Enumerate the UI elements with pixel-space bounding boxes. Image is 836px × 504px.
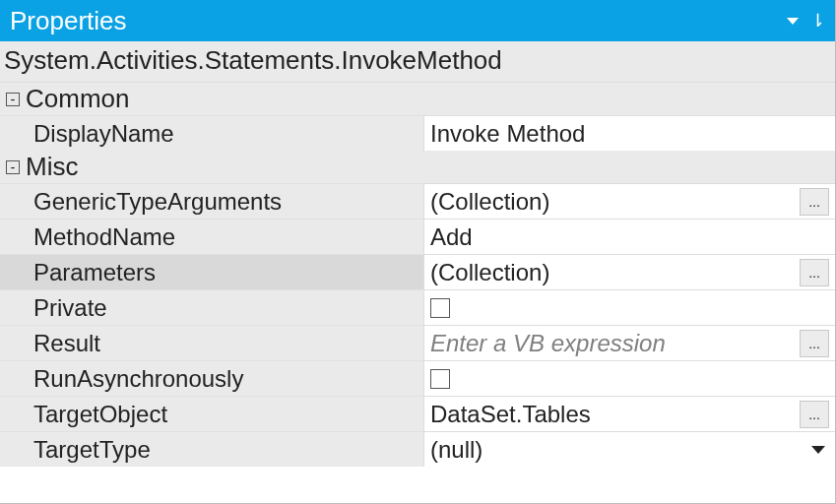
property-value[interactable]: (Collection) ... (423, 183, 835, 219)
property-label[interactable]: RunAsynchronously (0, 360, 423, 396)
category-common[interactable]: - Common (0, 83, 835, 115)
expander-icon[interactable]: - (6, 93, 20, 106)
property-row-displayname: DisplayName Invoke Method (0, 115, 835, 151)
panel-titlebar: Properties ⇂ (0, 0, 835, 41)
property-value[interactable]: Enter a VB expression ... (423, 325, 835, 360)
selected-object-type: System.Activities.Statements.InvokeMetho… (0, 41, 835, 83)
panel-window-controls: ⇂ (787, 10, 825, 32)
property-row-runasynchronously: RunAsynchronously (0, 360, 835, 396)
ellipsis-button[interactable]: ... (800, 259, 829, 286)
property-row-result: Result Enter a VB expression ... (0, 325, 835, 360)
property-label[interactable]: Result (0, 325, 423, 360)
checkbox[interactable] (430, 369, 450, 389)
property-value[interactable] (423, 360, 835, 396)
category-misc[interactable]: - Misc (0, 151, 835, 183)
property-row-private: Private (0, 289, 835, 325)
value-text: DataSet.Tables (430, 401, 794, 428)
property-value[interactable]: (null) (423, 431, 835, 467)
property-label[interactable]: TargetObject (0, 396, 423, 431)
ellipsis-button[interactable]: ... (800, 401, 829, 428)
property-row-generictypearguments: GenericTypeArguments (Collection) ... (0, 183, 835, 219)
value-text: (Collection) (430, 259, 794, 286)
value-text: Invoke Method (430, 120, 829, 148)
property-label[interactable]: DisplayName (0, 115, 423, 151)
property-row-methodname: MethodName Add (0, 219, 835, 254)
checkbox[interactable] (430, 298, 450, 318)
value-text: (null) (430, 436, 811, 464)
property-label[interactable]: GenericTypeArguments (0, 183, 423, 219)
ellipsis-button[interactable]: ... (800, 330, 829, 357)
category-label: Common (26, 84, 129, 114)
panel-title: Properties (10, 6, 127, 36)
expander-icon[interactable]: - (6, 160, 20, 174)
property-label[interactable]: TargetType (0, 431, 423, 467)
property-value[interactable]: DataSet.Tables ... (423, 396, 835, 431)
pin-icon[interactable]: ⇂ (810, 10, 825, 32)
property-value[interactable] (423, 289, 835, 325)
property-value[interactable]: (Collection) ... (423, 254, 835, 289)
property-value[interactable]: Add (423, 219, 835, 254)
ellipsis-button[interactable]: ... (800, 188, 829, 216)
property-label[interactable]: MethodName (0, 219, 423, 254)
value-placeholder: Enter a VB expression (430, 330, 794, 357)
property-label[interactable]: Private (0, 289, 423, 325)
category-label: Misc (26, 152, 78, 182)
dropdown-icon[interactable] (787, 18, 799, 25)
property-row-targetobject: TargetObject DataSet.Tables ... (0, 396, 835, 431)
property-value[interactable]: Invoke Method (423, 115, 835, 151)
property-label[interactable]: Parameters (0, 254, 423, 289)
value-text: (Collection) (430, 188, 794, 216)
chevron-down-icon[interactable] (811, 446, 825, 454)
value-text: Add (430, 223, 829, 251)
property-row-targettype: TargetType (null) (0, 431, 835, 467)
property-row-parameters: Parameters (Collection) ... (0, 254, 835, 289)
